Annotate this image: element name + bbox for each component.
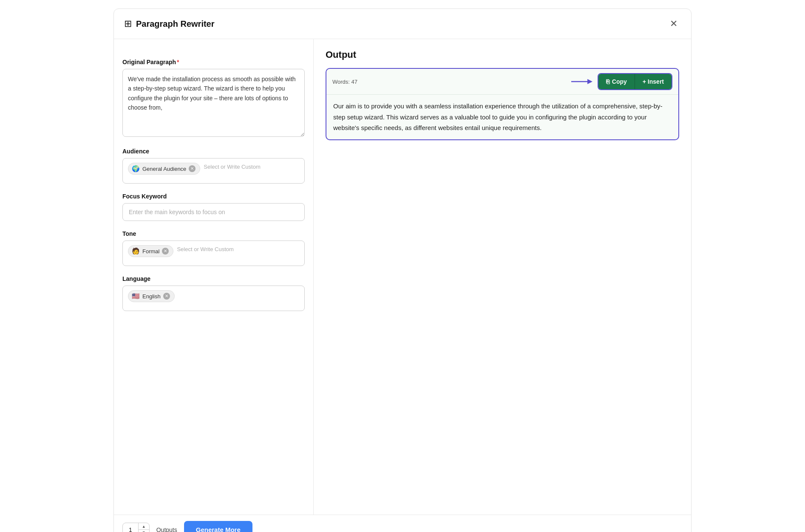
original-paragraph-textarea[interactable]: We've made the installation process as s… <box>122 69 305 137</box>
audience-label: Audience <box>122 148 305 155</box>
language-group: Language 🇺🇸 English ✕ <box>122 275 305 311</box>
tone-tag-emoji: 🧑 <box>132 247 140 255</box>
audience-group: Audience 🌍 General Audience ✕ Select or … <box>122 148 305 184</box>
audience-placeholder: Select or Write Custom <box>204 163 260 171</box>
language-tag-emoji: 🇺🇸 <box>132 292 140 300</box>
language-label: Language <box>122 275 305 282</box>
tone-tag-text: Formal <box>142 248 159 255</box>
output-header: Words: 47 <box>326 69 678 95</box>
action-buttons-group: ⎘ Copy + Insert <box>598 73 672 90</box>
focus-keyword-input[interactable] <box>122 203 305 221</box>
tone-group: Tone 🧑 Formal ✕ Select or Write Custom <box>122 230 305 266</box>
audience-tag: 🌍 General Audience ✕ <box>128 163 200 175</box>
output-actions: ⎘ Copy + Insert <box>571 73 672 90</box>
original-paragraph-label: Original Paragraph* <box>122 59 305 65</box>
copy-icon: ⎘ <box>606 78 609 85</box>
header: ⊞ Paragraph Rewriter ✕ <box>114 9 691 39</box>
output-text: Our aim is to provide you with a seamles… <box>326 95 678 139</box>
tone-tag-remove[interactable]: ✕ <box>162 248 169 255</box>
audience-tag-emoji: 🌍 <box>132 165 140 173</box>
focus-keyword-label: Focus Keyword <box>122 193 305 200</box>
word-count: Words: 47 <box>332 79 357 85</box>
generate-more-button[interactable]: Generate More <box>184 521 252 532</box>
required-star: * <box>177 59 179 65</box>
output-title: Output <box>326 49 679 60</box>
app-container: ⊞ Paragraph Rewriter ✕ Original Paragrap… <box>113 8 692 532</box>
tone-tag: 🧑 Formal ✕ <box>128 245 173 257</box>
insert-button[interactable]: + Insert <box>635 74 672 89</box>
arrow-icon <box>571 77 592 86</box>
audience-tag-text: General Audience <box>142 166 186 172</box>
audience-tag-remove[interactable]: ✕ <box>189 165 196 172</box>
arrow-indicator <box>571 77 592 86</box>
stepper-controls: ▲ ▼ <box>139 524 149 532</box>
output-box: Words: 47 <box>326 68 679 140</box>
left-panel: Original Paragraph* We've made the insta… <box>114 39 314 515</box>
language-tag-text: English <box>142 293 161 300</box>
stepper-up-button[interactable]: ▲ <box>139 524 149 529</box>
tone-label: Tone <box>122 230 305 237</box>
header-left: ⊞ Paragraph Rewriter <box>124 18 215 29</box>
language-tag-remove[interactable]: ✕ <box>163 293 170 300</box>
svg-marker-1 <box>587 79 592 84</box>
copy-button[interactable]: ⎘ Copy <box>598 74 635 89</box>
tone-placeholder: Select or Write Custom <box>177 245 233 253</box>
right-panel: Output Words: 47 <box>314 39 691 515</box>
stepper-down-button[interactable]: ▼ <box>139 530 149 532</box>
outputs-value: 1 <box>123 523 139 532</box>
app-title: Paragraph Rewriter <box>136 19 215 29</box>
outputs-stepper[interactable]: 1 ▲ ▼ <box>122 523 150 532</box>
original-paragraph-group: Original Paragraph* We've made the insta… <box>122 59 305 139</box>
main-layout: Original Paragraph* We've made the insta… <box>114 39 691 515</box>
tone-tag-input[interactable]: 🧑 Formal ✕ Select or Write Custom <box>122 241 305 266</box>
outputs-label: Outputs <box>156 526 177 532</box>
close-button[interactable]: ✕ <box>666 17 681 31</box>
app-icon: ⊞ <box>124 18 132 29</box>
language-tag-input[interactable]: 🇺🇸 English ✕ <box>122 286 305 311</box>
language-tag: 🇺🇸 English ✕ <box>128 290 175 302</box>
audience-tag-input[interactable]: 🌍 General Audience ✕ Select or Write Cus… <box>122 158 305 184</box>
focus-keyword-group: Focus Keyword <box>122 193 305 221</box>
footer: 1 ▲ ▼ Outputs Generate More <box>114 515 691 532</box>
